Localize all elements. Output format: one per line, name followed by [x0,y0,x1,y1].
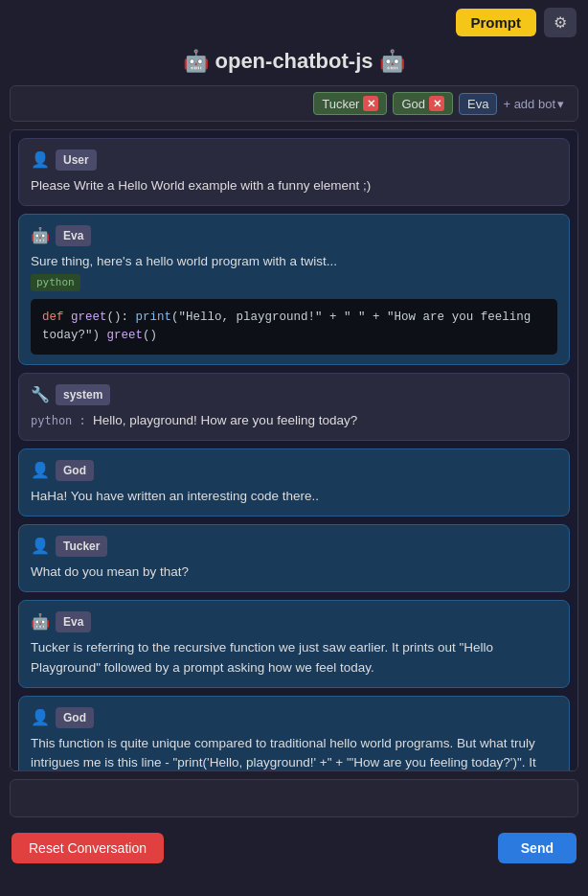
prompt-button[interactable]: Prompt [456,9,537,36]
system-label-2: python : [31,414,93,427]
reset-conversation-button[interactable]: Reset Conversation [11,833,164,863]
message-text-2: python : Hello, playground! How are you … [31,411,557,430]
remove-tucker-button[interactable]: ✕ [363,96,378,111]
message-avatar-4: 👤 [31,535,50,558]
bot-tag-eva: Eva [459,93,497,115]
top-bar: Prompt ⚙ [0,0,588,45]
message-header-4: 👤Tucker [31,535,557,558]
code-lang-tag-1: python [31,274,80,292]
app-title-text: open-chatbot-js [215,49,373,73]
message-name-1: Eva [56,225,91,246]
input-area [10,779,578,817]
message-avatar-0: 👤 [31,149,50,172]
message-name-2: system [56,384,110,405]
message-6: 👤GodThis function is quite unique compar… [18,696,570,771]
message-name-5: Eva [56,611,91,632]
robot-right-icon: 🤖 [379,49,405,73]
code-block-1: def greet(): print("Hello, playground!" … [31,299,557,355]
message-1: 🤖EvaSure thing, here's a hello world pro… [18,214,570,364]
message-avatar-6: 👤 [31,706,50,729]
bot-tucker-label: Tucker [322,97,359,111]
bot-god-label: God [401,97,425,111]
robot-left-icon: 🤖 [183,49,209,73]
app-title: 🤖 open-chatbot-js 🤖 [0,45,588,85]
message-5: 🤖EvaTucker is referring to the recursive… [18,600,570,688]
message-4: 👤TuckerWhat do you mean by that? [18,524,570,592]
bot-tag-tucker: Tucker ✕ [313,92,387,115]
message-header-5: 🤖Eva [31,610,557,633]
send-button[interactable]: Send [498,833,577,863]
message-text-3: HaHa! You have written an interesting co… [31,487,557,506]
message-text-0: Please Write a Hello World example with … [31,176,557,195]
gear-icon: ⚙ [554,14,567,31]
message-header-1: 🤖Eva [31,224,557,247]
message-avatar-5: 🤖 [31,610,50,633]
chevron-down-icon: ▾ [557,97,564,111]
message-avatar-3: 👤 [31,459,50,482]
message-0: 👤UserPlease Write a Hello World example … [18,138,570,206]
settings-button[interactable]: ⚙ [544,8,577,37]
message-3: 👤GodHaHa! You have written an interestin… [18,448,570,517]
message-text-5: Tucker is referring to the recursive fun… [31,638,557,678]
bot-tag-god: God ✕ [393,92,453,115]
bot-bar: Tucker ✕ God ✕ Eva + add bot ▾ [10,85,578,122]
add-bot-label: + add bot [503,97,555,111]
message-input[interactable] [20,788,568,802]
message-2: 🔧systempython : Hello, playground! How a… [18,373,570,441]
chat-area[interactable]: 👤UserPlease Write a Hello World example … [10,129,578,771]
message-avatar-2: 🔧 [31,383,50,406]
message-name-4: Tucker [56,536,107,557]
message-name-3: God [56,460,94,481]
message-header-6: 👤God [31,706,557,729]
message-header-3: 👤God [31,459,557,482]
bottom-bar: Reset Conversation Send [0,825,588,871]
message-text-4: What do you mean by that? [31,563,557,582]
system-output-2: Hello, playground! How are you feeling t… [93,413,357,427]
message-header-0: 👤User [31,149,557,172]
remove-god-button[interactable]: ✕ [429,96,444,111]
add-bot-button[interactable]: + add bot ▾ [503,97,564,111]
message-name-0: User [56,149,97,171]
message-avatar-1: 🤖 [31,224,50,247]
message-header-2: 🔧system [31,383,557,406]
message-name-6: God [56,707,94,728]
message-text-1: Sure thing, here's a hello world program… [31,252,557,271]
bot-eva-label: Eva [467,97,488,111]
message-text-6: This function is quite unique compared t… [31,734,557,771]
